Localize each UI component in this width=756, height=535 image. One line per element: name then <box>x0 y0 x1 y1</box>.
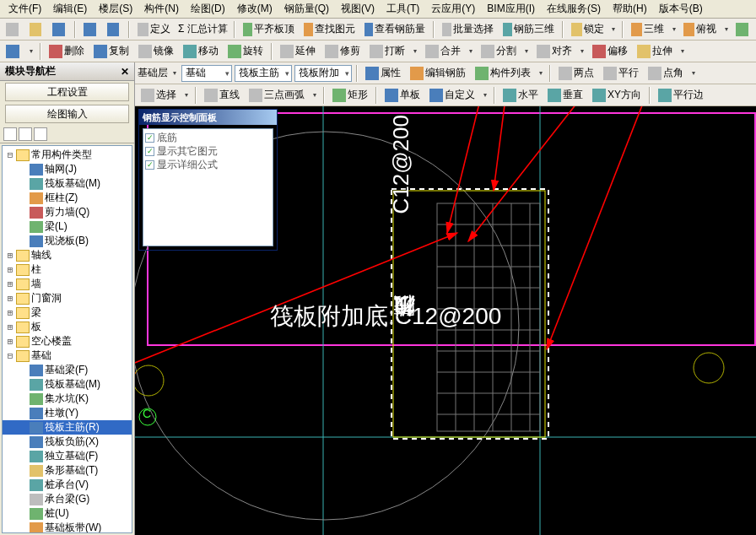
trim-button[interactable]: 修剪 <box>321 42 364 61</box>
tree-twisty-icon[interactable]: ⊞ <box>4 322 16 332</box>
tree-node[interactable]: ⊞梁 <box>3 305 132 320</box>
tree-node[interactable]: 桩(U) <box>3 506 132 521</box>
tree-node[interactable]: ⊟常用构件类型 <box>3 148 132 162</box>
tree-node[interactable]: 现浇板(B) <box>3 234 132 248</box>
tree-twisty-icon[interactable]: ⊞ <box>4 336 16 347</box>
tree-collapse-icon[interactable] <box>19 127 32 141</box>
menu-edit[interactable]: 编辑(E) <box>48 0 92 18</box>
view3d-dropdown[interactable] <box>670 20 678 39</box>
rebar-panel-item[interactable]: ✓底筋 <box>145 131 271 144</box>
subcategory-combo[interactable]: 筏板主筋 <box>235 65 292 82</box>
menu-online[interactable]: 在线服务(S) <box>542 0 606 18</box>
point-angle-button[interactable]: 点角 <box>645 64 687 83</box>
tree-twisty-icon[interactable]: ⊟ <box>4 149 16 160</box>
category-combo[interactable]: 基础 <box>181 65 232 82</box>
tree-node[interactable]: 剪力墙(Q) <box>3 205 132 219</box>
tree-node[interactable]: 轴网(J) <box>3 162 132 176</box>
break-dropdown[interactable] <box>411 42 419 61</box>
move-button[interactable]: 移动 <box>180 42 222 61</box>
tree-expand-icon[interactable] <box>3 127 17 141</box>
vertical-button[interactable]: 垂直 <box>544 86 586 105</box>
tree-node[interactable]: ⊞轴线 <box>3 248 132 262</box>
tree-twisty-icon[interactable]: ⊟ <box>4 350 16 361</box>
tb-save-icon[interactable] <box>49 20 70 39</box>
tree-node[interactable]: 条形基础(T) <box>3 463 132 478</box>
menu-rebarqty[interactable]: 钢筋量(Q) <box>279 0 334 18</box>
tb-redo-icon[interactable] <box>104 20 125 39</box>
line-button[interactable]: 直线 <box>201 86 243 105</box>
select-button[interactable]: 选择 <box>138 86 180 105</box>
component-list-button[interactable]: 构件列表 <box>472 64 534 83</box>
tree-node[interactable]: 集水坑(K) <box>3 392 132 406</box>
menu-draw[interactable]: 绘图(D) <box>186 0 230 18</box>
rebar-panel-title[interactable]: 钢筋显示控制面板 <box>139 110 277 125</box>
nav-close-icon[interactable]: ✕ <box>119 66 131 78</box>
menu-bim[interactable]: BIM应用(I) <box>482 0 540 18</box>
copy-button[interactable]: 复制 <box>90 42 132 61</box>
arc3p-button[interactable]: 三点画弧 <box>246 86 308 105</box>
tree-node[interactable]: ⊞门窗洞 <box>3 291 132 305</box>
edit-rebar-button[interactable]: 编辑钢筋 <box>407 64 469 83</box>
rebar-display-panel[interactable]: 钢筋显示控制面板 ✓底筋 ✓显示其它图元 ✓显示详细公式 <box>138 109 278 251</box>
align-button[interactable]: 对齐 <box>533 42 575 61</box>
tree-twisty-icon[interactable]: ⊞ <box>4 264 16 275</box>
tree-twisty-icon[interactable]: ⊞ <box>4 250 16 261</box>
menu-file[interactable]: 文件(F) <box>3 0 46 18</box>
component-list-dropdown[interactable] <box>537 64 545 83</box>
xy-dir-button[interactable]: XY方向 <box>589 86 645 105</box>
select-dropdown[interactable] <box>182 86 191 105</box>
parallel-button[interactable]: 平行 <box>600 64 642 83</box>
tree-node[interactable]: ⊞柱 <box>3 262 132 277</box>
horizontal-button[interactable]: 水平 <box>500 86 542 105</box>
batch-select-button[interactable]: 批量选择 <box>439 20 497 39</box>
lock-button[interactable]: 锁定 <box>568 20 608 39</box>
stretch-button[interactable]: 拉伸 <box>634 42 676 61</box>
tree-node[interactable]: 梁(L) <box>3 219 132 234</box>
tree-up-icon[interactable] <box>34 127 47 141</box>
check-rebar-button[interactable]: 查看钢筋量 <box>361 20 429 39</box>
tree-node[interactable]: 承台梁(G) <box>3 492 132 506</box>
tree-node[interactable]: 筏板基础(M) <box>3 176 132 191</box>
tree-node[interactable]: 框柱(Z) <box>3 191 132 205</box>
tree-node[interactable]: ⊞板 <box>3 320 132 334</box>
topview-button[interactable]: 俯视 <box>680 20 720 39</box>
menu-floor[interactable]: 楼层(S) <box>94 0 138 18</box>
tree-twisty-icon[interactable]: ⊞ <box>4 278 16 289</box>
drawing-canvas[interactable]: 钢筋显示控制面板 ✓底筋 ✓显示其它图元 ✓显示详细公式 筏板附加底:C12@2… <box>135 106 756 535</box>
delete-button[interactable]: 删除 <box>46 42 88 61</box>
parallel-edge-button[interactable]: 平行边 <box>655 86 707 105</box>
tree-node[interactable]: 基础板带(W) <box>3 521 132 533</box>
single-plate-button[interactable]: 单板 <box>381 86 424 105</box>
draw-input-button[interactable]: 绘图输入 <box>5 105 129 123</box>
rect-button[interactable]: 矩形 <box>329 86 371 105</box>
project-settings-button[interactable]: 工程设置 <box>5 83 129 101</box>
rebar-panel-item[interactable]: ✓显示详细公式 <box>145 158 271 171</box>
arc-dropdown[interactable] <box>310 86 319 105</box>
twopoint-button[interactable]: 两点 <box>555 64 597 83</box>
split-dropdown[interactable] <box>522 42 531 61</box>
tb-open-icon[interactable] <box>26 20 47 39</box>
tree-node[interactable]: 筏板负筋(X) <box>3 435 132 449</box>
rotate-button[interactable]: 旋转 <box>224 42 267 61</box>
sum-button[interactable]: Σ 汇总计算 <box>176 20 229 39</box>
break-button[interactable]: 打断 <box>366 42 408 61</box>
rebar-3d-button[interactable]: 钢筋三维 <box>500 20 558 39</box>
filter-dropdown[interactable] <box>27 42 35 61</box>
tree-node[interactable]: ⊞墙 <box>3 277 132 291</box>
align-dropdown[interactable] <box>578 42 586 61</box>
menu-help[interactable]: 帮助(H) <box>608 0 652 18</box>
tree-node[interactable]: 基础梁(F) <box>3 363 132 377</box>
component-combo[interactable]: 筏板附加 <box>294 65 352 82</box>
tree-node[interactable]: 筏板基础(M) <box>3 377 132 392</box>
layer-dropdown[interactable] <box>170 64 179 83</box>
filter-icon[interactable] <box>3 42 24 61</box>
merge-dropdown[interactable] <box>467 42 475 61</box>
merge-button[interactable]: 合并 <box>422 42 464 61</box>
point-angle-dropdown[interactable] <box>689 64 698 83</box>
tree-node[interactable]: 筏板主筋(R) <box>3 420 132 435</box>
extend-button[interactable]: 延伸 <box>277 42 319 61</box>
tree-node[interactable]: ⊞空心楼盖 <box>3 334 132 349</box>
view3d-button[interactable]: 三维 <box>628 20 667 39</box>
custom-button[interactable]: 自定义 <box>426 86 478 105</box>
lock-dropdown[interactable] <box>610 20 618 39</box>
